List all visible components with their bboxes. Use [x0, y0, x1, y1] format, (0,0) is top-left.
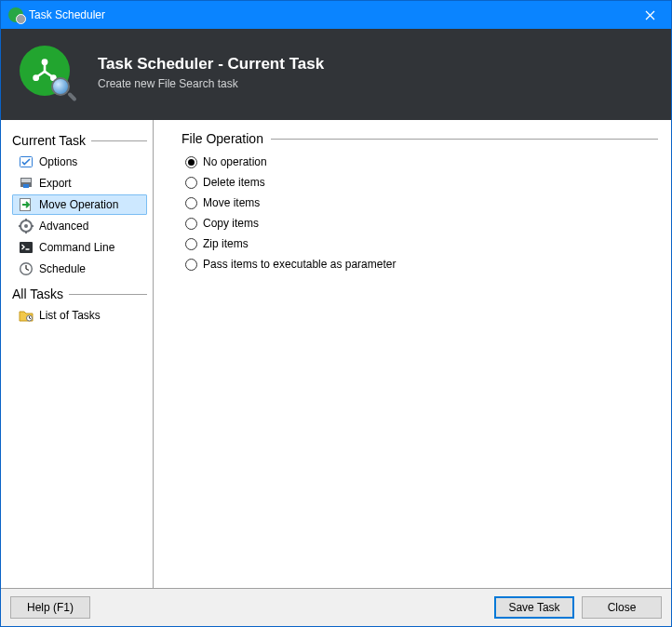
advanced-icon: [19, 219, 34, 233]
radio-icon: [185, 259, 197, 271]
radio-icon: [185, 238, 197, 250]
svg-rect-16: [20, 242, 33, 253]
header-subtitle: Create new File Search task: [98, 77, 324, 90]
sidebar-section-title: All Tasks: [12, 287, 63, 301]
sidebar-section-title: Current Task: [12, 133, 86, 148]
radio-label: Pass items to executable as parameter: [203, 258, 396, 271]
radio-label: No operation: [203, 155, 267, 168]
sidebar-item-command-line[interactable]: Command Line: [12, 237, 147, 258]
content-pane: File Operation No operation Delete items…: [154, 120, 671, 588]
window-close-button[interactable]: [628, 1, 671, 29]
sidebar-item-export[interactable]: Export: [12, 173, 147, 193]
svg-line-22: [30, 318, 32, 319]
radio-copy-items[interactable]: Copy items: [185, 217, 658, 230]
close-icon: [645, 10, 655, 20]
sidebar-list-current-task: Options Export Move Operation: [12, 152, 147, 279]
svg-rect-8: [23, 184, 29, 188]
file-operation-group: File Operation: [181, 131, 658, 146]
svg-rect-7: [21, 179, 31, 182]
help-button[interactable]: Help (F1): [10, 596, 90, 619]
close-button[interactable]: Close: [582, 596, 662, 619]
radio-zip-items[interactable]: Zip items: [185, 237, 658, 250]
radio-delete-items[interactable]: Delete items: [185, 176, 658, 189]
radio-move-items[interactable]: Move items: [185, 196, 658, 209]
header-app-icon: [20, 46, 74, 100]
sidebar-item-label: Command Line: [39, 241, 114, 254]
radio-label: Delete items: [203, 176, 265, 189]
main-area: Current Task Options Export: [1, 120, 671, 588]
footer-right: Save Task Close: [494, 596, 662, 619]
window-title: Task Scheduler: [29, 8, 105, 21]
export-icon: [19, 176, 34, 191]
magnifier-icon: [51, 77, 79, 105]
radio-icon: [185, 156, 197, 168]
app-icon: [8, 7, 23, 22]
radio-no-operation[interactable]: No operation: [185, 155, 658, 168]
radio-icon: [185, 218, 197, 230]
sidebar-section-current-task: Current Task: [12, 133, 147, 148]
group-title-text: File Operation: [181, 131, 263, 146]
save-task-button[interactable]: Save Task: [494, 596, 574, 619]
move-operation-icon: [19, 197, 34, 212]
header-band: Task Scheduler - Current Task Create new…: [1, 29, 671, 120]
titlebar: Task Scheduler: [1, 1, 671, 29]
radio-icon: [185, 177, 197, 189]
titlebar-left: Task Scheduler: [8, 7, 105, 22]
sidebar-item-label: Advanced: [39, 220, 88, 233]
sidebar-item-schedule[interactable]: Schedule: [12, 259, 147, 279]
list-of-tasks-icon: [19, 308, 34, 323]
sidebar-item-label: Move Operation: [39, 198, 118, 211]
radio-label: Zip items: [203, 237, 249, 250]
sidebar-item-label: Export: [39, 177, 72, 190]
options-icon: [19, 154, 34, 169]
footer: Help (F1) Save Task Close: [1, 588, 671, 626]
command-line-icon: [19, 240, 34, 255]
sidebar-section-all-tasks: All Tasks: [12, 287, 147, 301]
radio-label: Copy items: [203, 217, 259, 230]
radio-icon: [185, 197, 197, 209]
sidebar-item-list-of-tasks[interactable]: List of Tasks: [12, 305, 147, 326]
sidebar: Current Task Options Export: [1, 120, 154, 588]
header-text: Task Scheduler - Current Task Create new…: [98, 55, 324, 90]
sidebar-item-advanced[interactable]: Advanced: [12, 216, 147, 236]
schedule-icon: [19, 261, 34, 276]
header-title: Task Scheduler - Current Task: [98, 55, 324, 73]
sidebar-item-move-operation[interactable]: Move Operation: [12, 194, 147, 215]
sidebar-list-all-tasks: List of Tasks: [12, 305, 147, 326]
radio-pass-to-executable[interactable]: Pass items to executable as parameter: [185, 258, 658, 271]
sidebar-item-label: Schedule: [39, 262, 86, 275]
radio-label: Move items: [203, 196, 260, 209]
svg-point-11: [24, 224, 28, 228]
sidebar-item-label: List of Tasks: [39, 309, 101, 322]
file-operation-options: No operation Delete items Move items Cop…: [181, 155, 658, 271]
task-scheduler-window: Task Scheduler: [0, 0, 672, 627]
sidebar-item-label: Options: [39, 155, 77, 168]
sidebar-item-options[interactable]: Options: [12, 152, 147, 172]
